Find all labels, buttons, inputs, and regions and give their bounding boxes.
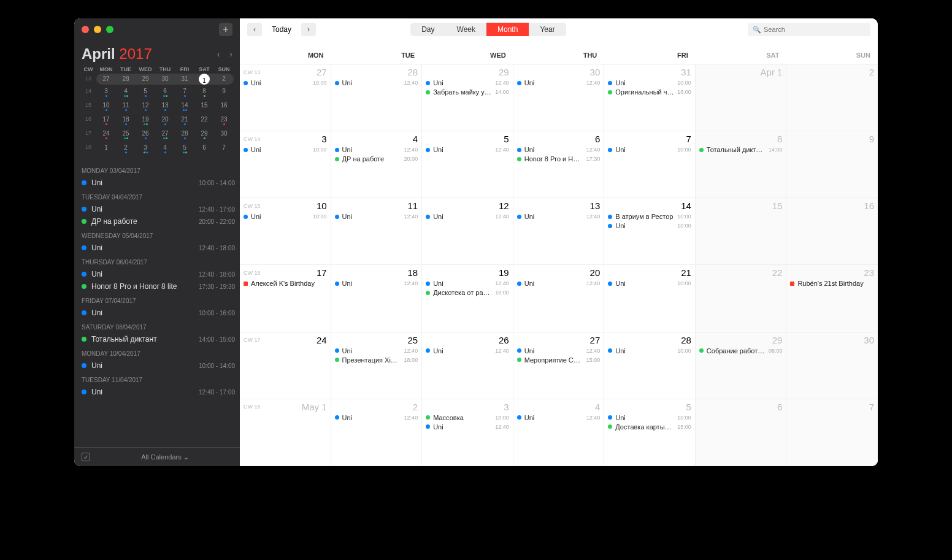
agenda-event[interactable]: Honor 8 Pro и Honor 8 lite17:30 - 19:30 bbox=[82, 280, 235, 293]
calendar-event[interactable]: Алексей K's Birthday bbox=[244, 280, 327, 287]
view-week[interactable]: Week bbox=[446, 23, 486, 36]
day-cell[interactable]: 20Uni12:40 bbox=[513, 265, 605, 331]
agenda-list[interactable]: MONDAY 03/04/2017Uni10:00 - 14:00TUESDAY… bbox=[74, 160, 240, 447]
day-cell[interactable]: 3Массовка10:00Uni12:40 bbox=[422, 399, 513, 466]
calendar-event[interactable]: Презентация Xia…18:00 bbox=[335, 356, 418, 364]
day-cell[interactable]: 29Собрание работ…08:00 bbox=[696, 332, 787, 399]
mini-day[interactable]: 27 bbox=[96, 74, 116, 85]
prev-button[interactable]: ‹ bbox=[247, 23, 262, 36]
mini-day[interactable]: 22 bbox=[194, 114, 214, 127]
calendar-event[interactable]: Uni12:40 bbox=[517, 414, 601, 421]
next-month-button[interactable]: › bbox=[229, 49, 232, 59]
day-cell[interactable]: 30Uni12:40 bbox=[513, 64, 605, 131]
mini-day[interactable]: 2 bbox=[116, 142, 136, 155]
mini-day[interactable]: 3 bbox=[96, 86, 116, 99]
day-cell[interactable]: 2 bbox=[786, 64, 878, 131]
day-cell[interactable]: 28Uni12:40 bbox=[331, 64, 423, 131]
calendar-event[interactable]: Honor 8 Pro и Ho…17:30 bbox=[517, 155, 601, 163]
day-cell[interactable]: 6Uni12:40Honor 8 Pro и Ho…17:30 bbox=[513, 131, 605, 198]
calendar-event[interactable]: Uni12:40 bbox=[426, 79, 509, 86]
day-cell[interactable]: 13Uni12:40 bbox=[513, 198, 605, 264]
mini-day[interactable]: 6 bbox=[194, 142, 214, 155]
agenda-event[interactable]: Uni10:00 - 14:00 bbox=[82, 177, 235, 189]
calendar-event[interactable]: Uni10:00 bbox=[608, 280, 691, 287]
mini-day[interactable]: 1 bbox=[96, 142, 116, 155]
mini-day[interactable]: 11 bbox=[116, 100, 136, 113]
calendar-event[interactable]: Массовка10:00 bbox=[426, 414, 509, 421]
calendar-event[interactable]: ДР на работе20:00 bbox=[335, 155, 418, 163]
mini-day[interactable]: 24 bbox=[96, 128, 116, 141]
day-cell[interactable]: 15 bbox=[696, 198, 787, 264]
calendar-event[interactable]: Uni10:00 bbox=[608, 222, 691, 229]
view-day[interactable]: Day bbox=[410, 23, 445, 36]
calendar-event[interactable]: Мероприятие Са…15:00 bbox=[517, 356, 601, 364]
mini-day[interactable]: 5 bbox=[175, 142, 194, 155]
calendar-event[interactable]: Uni12:40 bbox=[426, 423, 509, 431]
calendar-event[interactable]: Тотальный дикта…14:00 bbox=[699, 146, 783, 153]
day-cell[interactable]: 28Uni10:00 bbox=[604, 332, 696, 399]
prev-month-button[interactable]: ‹ bbox=[217, 49, 220, 59]
calendar-event[interactable]: Забрать майку у…14:00 bbox=[426, 88, 509, 96]
calendar-event[interactable]: Uni12:40 bbox=[517, 79, 601, 86]
day-cell[interactable]: CW 18May 1 bbox=[240, 399, 331, 466]
day-cell[interactable]: 12Uni12:40 bbox=[422, 198, 513, 264]
day-cell[interactable]: CW 1510Uni10:00 bbox=[240, 198, 331, 264]
add-event-button[interactable]: + bbox=[219, 23, 232, 36]
calendar-event[interactable]: Uni10:00 bbox=[244, 79, 327, 86]
day-cell[interactable]: 30 bbox=[786, 332, 878, 399]
mini-day[interactable]: 28 bbox=[116, 74, 136, 85]
calendar-event[interactable]: Uni12:40 bbox=[335, 213, 418, 220]
day-cell[interactable]: 4Uni12:40ДР на работе20:00 bbox=[331, 131, 423, 198]
day-cell[interactable]: CW 1327Uni10:00 bbox=[240, 64, 331, 131]
day-cell[interactable]: 9 bbox=[786, 131, 878, 198]
calendar-event[interactable]: Uni10:00 bbox=[244, 146, 327, 153]
search-input[interactable] bbox=[748, 23, 870, 36]
mini-day[interactable]: 28 bbox=[175, 128, 194, 141]
day-cell[interactable]: 16 bbox=[786, 198, 878, 264]
mini-day[interactable]: 17 bbox=[96, 114, 116, 127]
next-button[interactable]: › bbox=[301, 23, 316, 36]
calendar-event[interactable]: Собрание работ…08:00 bbox=[699, 347, 783, 355]
mini-day[interactable]: 30 bbox=[155, 74, 175, 85]
calendar-event[interactable]: Uni12:40 bbox=[335, 280, 418, 287]
mini-day[interactable]: 6 bbox=[155, 86, 175, 99]
agenda-event[interactable]: Тотальный диктант14:00 - 15:00 bbox=[82, 333, 235, 345]
calendar-event[interactable]: Uni12:40 bbox=[426, 146, 509, 153]
day-cell[interactable]: 29Uni12:40Забрать майку у…14:00 bbox=[422, 64, 513, 131]
day-cell[interactable]: 5Uni12:40 bbox=[422, 131, 513, 198]
mini-day[interactable]: 23 bbox=[214, 114, 234, 127]
day-cell[interactable]: 5Uni10:00Доставка карты…15:00 bbox=[604, 399, 696, 466]
agenda-event[interactable]: Uni10:00 - 14:00 bbox=[82, 359, 235, 372]
mini-day[interactable]: 7 bbox=[175, 86, 194, 99]
day-cell[interactable]: 7Uni10:00 bbox=[604, 131, 696, 198]
calendar-filter[interactable]: All Calendars ⌄ bbox=[98, 453, 232, 461]
calendar-event[interactable]: Uni12:40 bbox=[517, 347, 601, 355]
mini-day[interactable]: 25 bbox=[116, 128, 136, 141]
calendar-event[interactable]: Uni12:40 bbox=[426, 347, 509, 355]
agenda-event[interactable]: Uni12:40 - 18:00 bbox=[82, 268, 235, 280]
mini-day[interactable]: 3 bbox=[136, 142, 155, 155]
today-button[interactable]: Today bbox=[266, 23, 298, 36]
agenda-event[interactable]: Uni12:40 - 18:00 bbox=[82, 242, 235, 254]
day-cell[interactable]: 27Uni12:40Мероприятие Са…15:00 bbox=[513, 332, 605, 399]
mini-day[interactable]: 18 bbox=[116, 114, 136, 127]
mini-day[interactable]: 8 bbox=[194, 86, 214, 99]
calendar-event[interactable]: Uni10:00 bbox=[244, 213, 327, 220]
calendar-event[interactable]: Uni12:40 bbox=[426, 213, 509, 220]
maximize-icon[interactable] bbox=[106, 26, 113, 33]
agenda-event[interactable]: Uni12:40 - 17:00 bbox=[82, 203, 235, 215]
day-cell[interactable]: 6 bbox=[696, 399, 787, 466]
calendar-event[interactable]: Uni12:40 bbox=[335, 146, 418, 153]
calendar-event[interactable]: Оригинальный ч…18:00 bbox=[608, 88, 691, 96]
mini-day[interactable]: 30 bbox=[214, 128, 234, 141]
mini-day[interactable]: 20 bbox=[155, 114, 175, 127]
calendar-event[interactable]: Rubén's 21st Birthday bbox=[790, 280, 874, 287]
calendar-event[interactable]: В атриум в Рестор10:00 bbox=[608, 213, 691, 220]
mini-day[interactable]: 4 bbox=[155, 142, 175, 155]
calendar-event[interactable]: Доставка карты…15:00 bbox=[608, 423, 691, 431]
day-cell[interactable]: 7 bbox=[786, 399, 878, 466]
mini-day[interactable]: 19 bbox=[136, 114, 155, 127]
calendar-event[interactable]: Uni12:40 bbox=[517, 146, 601, 153]
mini-day[interactable]: 26 bbox=[136, 128, 155, 141]
agenda-event[interactable]: Uni12:40 - 17:00 bbox=[82, 386, 235, 398]
